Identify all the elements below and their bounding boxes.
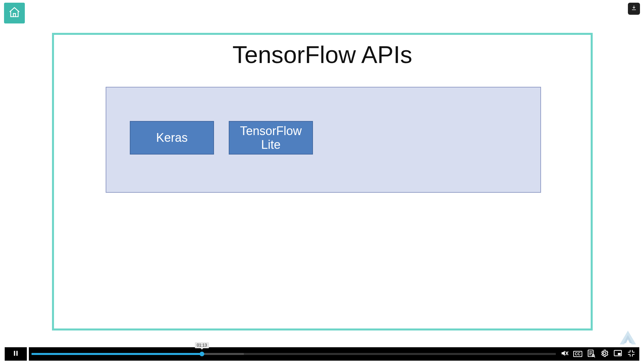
settings-button[interactable] — [600, 349, 609, 359]
slide-frame: TensorFlow APIs Keras TensorFlow Lite — [52, 33, 593, 330]
svg-line-9 — [594, 356, 595, 357]
api-container: Keras TensorFlow Lite — [106, 87, 541, 193]
svg-rect-11 — [618, 353, 621, 355]
pip-icon — [613, 349, 622, 359]
player-controls-right: CC — [558, 349, 639, 359]
api-box-tflite: TensorFlow Lite — [229, 121, 313, 155]
home-button[interactable] — [4, 3, 25, 23]
api-box-label: Keras — [156, 131, 187, 144]
home-icon — [8, 6, 21, 20]
cc-label: CC — [575, 352, 581, 356]
volume-muted-icon — [560, 349, 569, 359]
transcript-button[interactable] — [586, 349, 596, 359]
time-tooltip-label: 01:13 — [197, 343, 207, 348]
volume-button[interactable] — [560, 349, 569, 359]
fullscreen-exit-button[interactable] — [627, 349, 636, 359]
svg-rect-1 — [16, 351, 18, 356]
slide-title: TensorFlow APIs — [54, 41, 591, 68]
transcript-icon — [587, 349, 595, 359]
fullscreen-exit-icon — [627, 349, 636, 359]
api-box-label: TensorFlow Lite — [240, 124, 302, 152]
pause-button[interactable] — [5, 347, 27, 361]
download-button[interactable] — [628, 3, 640, 15]
seek-track[interactable]: 01:13 — [32, 353, 556, 355]
time-tooltip: 01:13 — [195, 342, 209, 348]
captions-button[interactable]: CC — [573, 351, 582, 357]
video-player-bar: 01:13 CC — [0, 346, 644, 362]
pip-button[interactable] — [613, 349, 623, 359]
gear-icon — [600, 349, 609, 359]
watermark-logo — [619, 329, 637, 346]
progress-bar — [32, 353, 202, 355]
svg-rect-0 — [14, 351, 15, 356]
download-icon — [631, 5, 637, 12]
api-box-keras: Keras — [130, 121, 214, 155]
scrub-handle[interactable] — [200, 352, 204, 356]
player-track-wrap: 01:13 CC — [29, 347, 639, 361]
pause-icon — [12, 350, 19, 358]
